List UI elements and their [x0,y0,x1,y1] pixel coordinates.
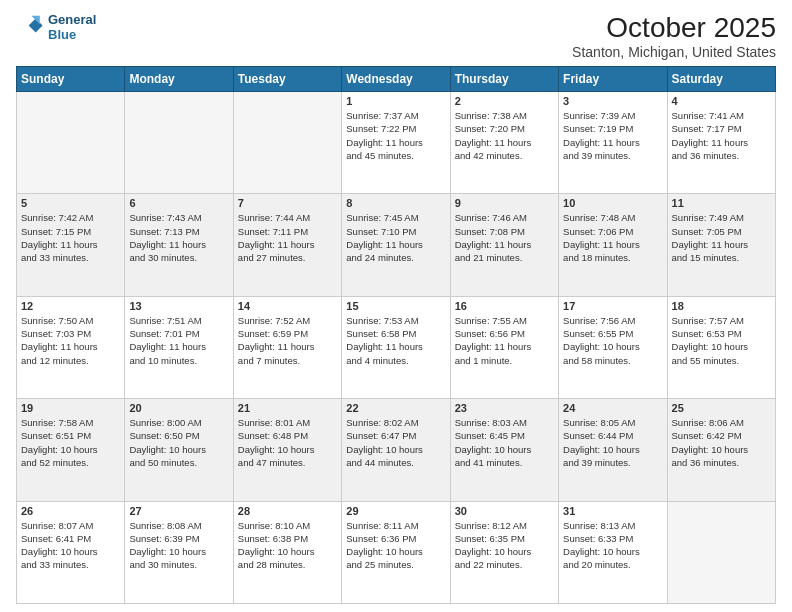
day-info: Sunrise: 7:55 AM Sunset: 6:56 PM Dayligh… [455,314,554,367]
calendar-cell [17,92,125,194]
day-info: Sunrise: 8:03 AM Sunset: 6:45 PM Dayligh… [455,416,554,469]
day-number: 23 [455,402,554,414]
weekday-header-sunday: Sunday [17,67,125,92]
day-number: 22 [346,402,445,414]
calendar-week-row: 1Sunrise: 7:37 AM Sunset: 7:22 PM Daylig… [17,92,776,194]
day-info: Sunrise: 8:02 AM Sunset: 6:47 PM Dayligh… [346,416,445,469]
location: Stanton, Michigan, United States [572,44,776,60]
calendar-week-row: 19Sunrise: 7:58 AM Sunset: 6:51 PM Dayli… [17,399,776,501]
day-info: Sunrise: 7:52 AM Sunset: 6:59 PM Dayligh… [238,314,337,367]
calendar-cell [125,92,233,194]
calendar-cell: 30Sunrise: 8:12 AM Sunset: 6:35 PM Dayli… [450,501,558,603]
day-info: Sunrise: 8:10 AM Sunset: 6:38 PM Dayligh… [238,519,337,572]
day-info: Sunrise: 7:57 AM Sunset: 6:53 PM Dayligh… [672,314,771,367]
weekday-header-friday: Friday [559,67,667,92]
calendar-cell: 2Sunrise: 7:38 AM Sunset: 7:20 PM Daylig… [450,92,558,194]
calendar-cell: 21Sunrise: 8:01 AM Sunset: 6:48 PM Dayli… [233,399,341,501]
day-info: Sunrise: 8:05 AM Sunset: 6:44 PM Dayligh… [563,416,662,469]
calendar-cell: 22Sunrise: 8:02 AM Sunset: 6:47 PM Dayli… [342,399,450,501]
calendar-cell: 12Sunrise: 7:50 AM Sunset: 7:03 PM Dayli… [17,296,125,398]
day-number: 7 [238,197,337,209]
calendar-cell: 27Sunrise: 8:08 AM Sunset: 6:39 PM Dayli… [125,501,233,603]
calendar-cell [233,92,341,194]
day-info: Sunrise: 7:58 AM Sunset: 6:51 PM Dayligh… [21,416,120,469]
day-info: Sunrise: 7:42 AM Sunset: 7:15 PM Dayligh… [21,211,120,264]
day-info: Sunrise: 8:00 AM Sunset: 6:50 PM Dayligh… [129,416,228,469]
day-info: Sunrise: 7:45 AM Sunset: 7:10 PM Dayligh… [346,211,445,264]
day-number: 9 [455,197,554,209]
day-number: 27 [129,505,228,517]
day-number: 10 [563,197,662,209]
calendar-cell: 31Sunrise: 8:13 AM Sunset: 6:33 PM Dayli… [559,501,667,603]
day-info: Sunrise: 8:11 AM Sunset: 6:36 PM Dayligh… [346,519,445,572]
calendar-cell: 6Sunrise: 7:43 AM Sunset: 7:13 PM Daylig… [125,194,233,296]
day-number: 3 [563,95,662,107]
calendar-cell: 8Sunrise: 7:45 AM Sunset: 7:10 PM Daylig… [342,194,450,296]
day-info: Sunrise: 8:01 AM Sunset: 6:48 PM Dayligh… [238,416,337,469]
day-info: Sunrise: 7:48 AM Sunset: 7:06 PM Dayligh… [563,211,662,264]
day-info: Sunrise: 7:53 AM Sunset: 6:58 PM Dayligh… [346,314,445,367]
day-number: 8 [346,197,445,209]
weekday-header-wednesday: Wednesday [342,67,450,92]
month-title: October 2025 [572,12,776,44]
day-number: 4 [672,95,771,107]
day-number: 1 [346,95,445,107]
day-info: Sunrise: 7:38 AM Sunset: 7:20 PM Dayligh… [455,109,554,162]
page: General Blue October 2025 Stanton, Michi… [0,0,792,612]
calendar-week-row: 5Sunrise: 7:42 AM Sunset: 7:15 PM Daylig… [17,194,776,296]
calendar-cell: 3Sunrise: 7:39 AM Sunset: 7:19 PM Daylig… [559,92,667,194]
day-info: Sunrise: 7:49 AM Sunset: 7:05 PM Dayligh… [672,211,771,264]
day-number: 18 [672,300,771,312]
calendar-cell: 26Sunrise: 8:07 AM Sunset: 6:41 PM Dayli… [17,501,125,603]
weekday-header-saturday: Saturday [667,67,775,92]
calendar-cell: 11Sunrise: 7:49 AM Sunset: 7:05 PM Dayli… [667,194,775,296]
calendar-cell: 16Sunrise: 7:55 AM Sunset: 6:56 PM Dayli… [450,296,558,398]
calendar-cell: 18Sunrise: 7:57 AM Sunset: 6:53 PM Dayli… [667,296,775,398]
day-info: Sunrise: 7:43 AM Sunset: 7:13 PM Dayligh… [129,211,228,264]
title-block: October 2025 Stanton, Michigan, United S… [572,12,776,60]
day-number: 15 [346,300,445,312]
day-number: 19 [21,402,120,414]
day-info: Sunrise: 7:39 AM Sunset: 7:19 PM Dayligh… [563,109,662,162]
calendar-cell [667,501,775,603]
day-info: Sunrise: 8:08 AM Sunset: 6:39 PM Dayligh… [129,519,228,572]
day-info: Sunrise: 7:56 AM Sunset: 6:55 PM Dayligh… [563,314,662,367]
day-number: 26 [21,505,120,517]
calendar-cell: 23Sunrise: 8:03 AM Sunset: 6:45 PM Dayli… [450,399,558,501]
day-number: 12 [21,300,120,312]
day-number: 6 [129,197,228,209]
day-number: 14 [238,300,337,312]
calendar-cell: 25Sunrise: 8:06 AM Sunset: 6:42 PM Dayli… [667,399,775,501]
day-info: Sunrise: 7:44 AM Sunset: 7:11 PM Dayligh… [238,211,337,264]
day-info: Sunrise: 8:13 AM Sunset: 6:33 PM Dayligh… [563,519,662,572]
weekday-header-row: SundayMondayTuesdayWednesdayThursdayFrid… [17,67,776,92]
weekday-header-thursday: Thursday [450,67,558,92]
day-info: Sunrise: 8:07 AM Sunset: 6:41 PM Dayligh… [21,519,120,572]
day-info: Sunrise: 7:50 AM Sunset: 7:03 PM Dayligh… [21,314,120,367]
calendar-cell: 19Sunrise: 7:58 AM Sunset: 6:51 PM Dayli… [17,399,125,501]
calendar-cell: 13Sunrise: 7:51 AM Sunset: 7:01 PM Dayli… [125,296,233,398]
logo-icon [16,13,44,41]
day-number: 30 [455,505,554,517]
calendar-cell: 14Sunrise: 7:52 AM Sunset: 6:59 PM Dayli… [233,296,341,398]
logo-text: General Blue [48,12,96,42]
calendar-cell: 10Sunrise: 7:48 AM Sunset: 7:06 PM Dayli… [559,194,667,296]
header: General Blue October 2025 Stanton, Michi… [16,12,776,60]
calendar-cell: 20Sunrise: 8:00 AM Sunset: 6:50 PM Dayli… [125,399,233,501]
calendar-week-row: 26Sunrise: 8:07 AM Sunset: 6:41 PM Dayli… [17,501,776,603]
day-info: Sunrise: 7:41 AM Sunset: 7:17 PM Dayligh… [672,109,771,162]
day-info: Sunrise: 8:12 AM Sunset: 6:35 PM Dayligh… [455,519,554,572]
day-info: Sunrise: 7:46 AM Sunset: 7:08 PM Dayligh… [455,211,554,264]
calendar-cell: 15Sunrise: 7:53 AM Sunset: 6:58 PM Dayli… [342,296,450,398]
day-number: 29 [346,505,445,517]
logo: General Blue [16,12,96,42]
day-info: Sunrise: 7:51 AM Sunset: 7:01 PM Dayligh… [129,314,228,367]
day-number: 2 [455,95,554,107]
day-info: Sunrise: 8:06 AM Sunset: 6:42 PM Dayligh… [672,416,771,469]
day-number: 16 [455,300,554,312]
day-number: 21 [238,402,337,414]
calendar-cell: 29Sunrise: 8:11 AM Sunset: 6:36 PM Dayli… [342,501,450,603]
calendar-table: SundayMondayTuesdayWednesdayThursdayFrid… [16,66,776,604]
day-number: 25 [672,402,771,414]
day-number: 20 [129,402,228,414]
